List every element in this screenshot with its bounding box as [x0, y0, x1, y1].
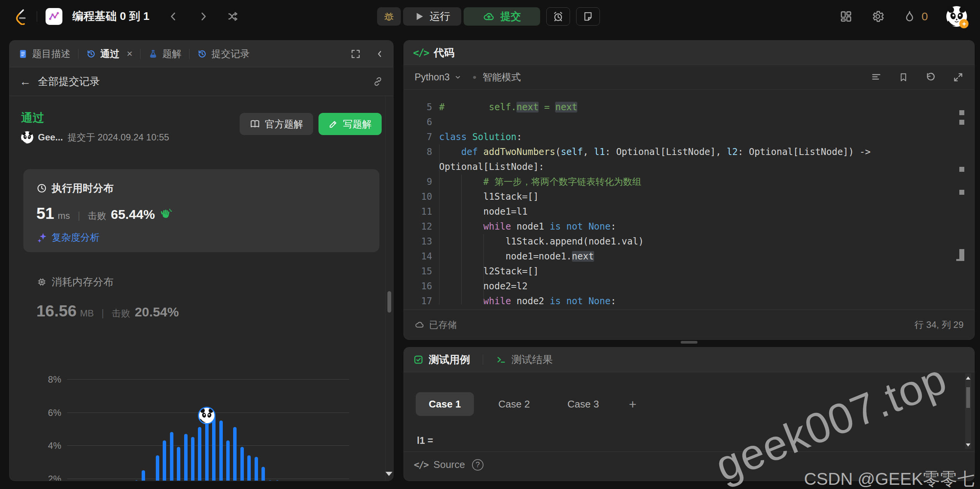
runtime-bar[interactable]: [240, 447, 244, 481]
code-line[interactable]: Optional[ListNode]:: [404, 160, 974, 174]
chevron-down-icon: [454, 74, 461, 81]
code-line[interactable]: 15 l2Stack=[]: [404, 264, 974, 279]
expand-editor-icon[interactable]: [953, 72, 964, 83]
code-line[interactable]: 8 def addTwoNumbers(self, l1: Optional[L…: [404, 145, 974, 160]
prev-problem-icon[interactable]: [168, 11, 179, 22]
copy-link-icon[interactable]: [372, 76, 383, 87]
cloud-upload-icon: [483, 10, 495, 23]
smart-mode-label[interactable]: 智能模式: [483, 71, 521, 83]
close-icon[interactable]: ×: [127, 48, 132, 60]
code-line[interactable]: 7class Solution:: [404, 130, 974, 145]
runtime-bar[interactable]: [255, 457, 258, 481]
premium-badge-icon: [959, 19, 969, 28]
complexity-analysis-link[interactable]: 复杂度分析: [36, 231, 366, 244]
runtime-card[interactable]: 执行用时分布 51 ms | 击败 65.44%: [23, 169, 379, 252]
next-problem-icon[interactable]: [198, 11, 209, 22]
bookmark-icon[interactable]: [898, 72, 908, 82]
cursor-position: 行 34, 列 29: [915, 319, 964, 331]
submitted-time: 提交于 2024.09.24 10:55: [67, 131, 169, 143]
leetcode-logo-icon[interactable]: [13, 8, 28, 25]
editor-toolbar: Python3 • 智能模式: [404, 65, 974, 90]
layout-grid-icon[interactable]: [840, 10, 853, 23]
code-line[interactable]: 5# self.next = next: [404, 100, 974, 115]
runtime-bar[interactable]: [184, 434, 188, 481]
collapse-panel-icon[interactable]: [375, 49, 385, 59]
code-line[interactable]: 12 while node1 is not None:: [404, 219, 974, 234]
your-submission-marker[interactable]: [198, 407, 216, 424]
history-icon: [86, 49, 96, 59]
runtime-bar[interactable]: [261, 467, 265, 481]
indent-guide: [461, 174, 462, 305]
scroll-up-icon[interactable]: [966, 377, 970, 380]
case-tab-3[interactable]: Case 3: [554, 392, 612, 416]
notes-button[interactable]: [576, 7, 600, 26]
source-label[interactable]: Source: [433, 459, 465, 471]
tab-题目描述[interactable]: 题目描述: [18, 47, 70, 60]
run-button[interactable]: 运行: [403, 7, 461, 26]
code-line[interactable]: 13 l1Stack.append(node1.val): [404, 234, 974, 249]
tab-通过[interactable]: 通过×: [86, 47, 132, 60]
case-tab-1[interactable]: Case 1: [416, 392, 474, 416]
language-select[interactable]: Python3: [415, 72, 461, 83]
tab-题解[interactable]: 题解: [148, 47, 181, 60]
daily-streak[interactable]: 0: [903, 10, 928, 23]
code-line[interactable]: 6: [404, 115, 974, 130]
code-line[interactable]: 10 l1Stack=[]: [404, 189, 974, 204]
tab-test-result[interactable]: 测试结果: [496, 353, 553, 367]
add-case-icon[interactable]: +: [629, 397, 637, 412]
code-line[interactable]: 17 while node2 is not None:: [404, 294, 974, 305]
official-solution-button[interactable]: 官方题解: [240, 113, 313, 135]
study-plan-icon[interactable]: [46, 8, 62, 25]
settings-gear-icon[interactable]: [871, 10, 885, 23]
debug-button[interactable]: [377, 7, 401, 26]
reset-code-icon[interactable]: [925, 72, 936, 83]
user-avatar[interactable]: [946, 6, 967, 27]
runtime-bar[interactable]: [198, 427, 201, 481]
code-line[interactable]: 11 node1=l1: [404, 204, 974, 219]
shuffle-icon[interactable]: [227, 10, 240, 23]
panel-resize-handle[interactable]: [681, 341, 697, 344]
runtime-bar[interactable]: [163, 440, 166, 481]
case-tab-2[interactable]: Case 2: [485, 392, 543, 416]
runtime-bar[interactable]: [177, 447, 180, 481]
code-editor[interactable]: 5# self.next = next67class Solution:8 de…: [404, 90, 974, 305]
testcase-scrollbar[interactable]: [965, 373, 971, 449]
note-icon: [583, 11, 593, 22]
scroll-down-icon[interactable]: [966, 443, 970, 447]
tab-提交记录[interactable]: 提交记录: [197, 47, 250, 60]
runtime-bar[interactable]: [170, 432, 173, 481]
submit-button[interactable]: 提交: [464, 7, 540, 26]
timer-button[interactable]: [546, 7, 570, 26]
format-code-icon[interactable]: [871, 72, 882, 83]
code-line[interactable]: 14 node1=node1.next: [404, 249, 974, 264]
code-line[interactable]: 16 node2=l2: [404, 279, 974, 294]
scrollbar-thumb[interactable]: [387, 291, 391, 313]
runtime-bar[interactable]: [233, 427, 237, 481]
runtime-bar[interactable]: [191, 437, 194, 481]
code-line[interactable]: 9 # 第一步，将两个数字链表转化为数组: [404, 174, 974, 189]
runtime-bar[interactable]: [247, 455, 251, 481]
runtime-bar[interactable]: [212, 416, 216, 481]
source-row: </> Source ?: [404, 452, 974, 478]
help-icon[interactable]: ?: [472, 459, 483, 471]
runtime-bar[interactable]: [276, 480, 279, 481]
code-panel: </> 代码 Python3 • 智能模式: [403, 40, 975, 340]
write-solution-button[interactable]: 写题解: [318, 113, 382, 135]
runtime-bar[interactable]: [156, 455, 159, 481]
runtime-bar[interactable]: [205, 416, 209, 481]
occurrence-mark: [959, 110, 964, 115]
flask-icon: [148, 49, 158, 59]
runtime-bar[interactable]: [226, 440, 230, 481]
runtime-bar[interactable]: [268, 480, 272, 481]
code-tab[interactable]: 代码: [434, 46, 454, 60]
memory-card[interactable]: 消耗内存分布 16.56 MB | 击败 20.54%: [36, 275, 379, 320]
scrollbar-thumb[interactable]: [966, 387, 970, 408]
tab-testcase[interactable]: 测试用例: [413, 353, 470, 367]
runtime-bar[interactable]: [135, 480, 138, 481]
scroll-down-icon[interactable]: [385, 472, 392, 476]
line-number: 5: [404, 100, 432, 115]
runtime-bar[interactable]: [219, 421, 223, 481]
back-arrow-icon[interactable]: ←: [20, 75, 31, 88]
fullscreen-icon[interactable]: [350, 49, 361, 59]
runtime-bar[interactable]: [142, 470, 145, 481]
